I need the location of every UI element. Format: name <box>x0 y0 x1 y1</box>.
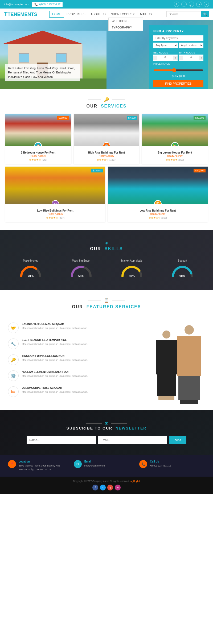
footer-social-instagram[interactable]: in <box>115 485 121 490</box>
footer-social-facebook[interactable]: f <box>92 485 98 490</box>
skill-label: Matching Buyer <box>65 259 97 262</box>
bed-input[interactable] <box>157 55 173 59</box>
location-icon: 📍 <box>8 460 16 468</box>
man-legs <box>178 376 200 400</box>
feat-icon-1: 🔧 <box>8 338 19 349</box>
featured-item: 🔑 TINCIDUNT URNA EGESTAS NON Maecenas bi… <box>8 354 141 365</box>
social-instagram[interactable]: in <box>196 2 202 7</box>
services-label: SERVICES <box>101 104 127 108</box>
bath-input[interactable] <box>183 55 199 59</box>
nav-about[interactable]: ABOUT US <box>88 11 108 17</box>
featured-image <box>146 323 205 402</box>
social-google[interactable]: g+ <box>189 2 194 7</box>
keywords-input[interactable] <box>153 35 203 41</box>
house-roof <box>3 31 83 44</box>
properties-section: $32,000 🏠 2 Bedroom House For Rent Realt… <box>0 114 213 230</box>
featured-item: 🤝 LACINIA VEHICULA AC ALIQUAM Maecenas b… <box>8 323 141 333</box>
skill-item: Market Appraisals 80% <box>116 259 148 279</box>
search-button[interactable]: 🔍 <box>201 11 209 17</box>
featured-item: 🛏 ULLAMCORPER NISL ALIQUAM Maecenas bibe… <box>8 386 141 397</box>
newsletter-label: NEWSLETTER <box>116 426 146 430</box>
skills-title: ◈ OUR SKILLS <box>5 241 208 251</box>
nav-mail[interactable]: MAIL US <box>137 11 154 17</box>
footer-social-twitter[interactable]: t <box>100 485 106 490</box>
property-card-1: $32,000 🏠 2 Bedroom House For Rent Realt… <box>5 114 71 164</box>
skill-label: Make Money <box>15 259 47 262</box>
dropdown-typography[interactable]: TYPOGRAPHY <box>109 24 143 31</box>
footer-phone-number: +(000) 123 4571 12 <box>150 464 171 468</box>
type-select[interactable]: Any Type <box>153 43 178 48</box>
skills-our: OUR <box>90 246 101 251</box>
phone: 📞 +(000) 123 234 22 <box>32 2 63 7</box>
nav-links: HOME PROPERTIES ABOUT US SHORT CODES ▾ W… <box>49 11 154 18</box>
location-select[interactable]: Any Location <box>179 43 203 48</box>
bath-stepper: - + <box>179 55 203 61</box>
feat-content-4: ULLAMCORPER NISL ALIQUAM Maecenas bibend… <box>22 386 88 394</box>
type-location-row: Any Type Any Location <box>153 43 203 50</box>
rooms-row: BED ROOMS - + BATH ROOMS - + <box>153 51 203 61</box>
prop-img-4: $23,543 🏘 <box>5 167 105 204</box>
prop-img-3: $40,000 🏡 <box>142 114 208 146</box>
people-figure <box>149 325 202 400</box>
newsletter-form: send <box>27 436 186 444</box>
woman-figure <box>154 331 178 400</box>
skills-icon: ◈ <box>105 241 108 245</box>
price-slider[interactable] <box>153 67 203 74</box>
social-twitter[interactable]: t <box>181 2 187 7</box>
featured-services-wrapper: 📋 OUR FEATURED SERVICES 🤝 LACINIA VEHICU… <box>0 290 213 410</box>
featured-label: FEATURED SERVICES <box>87 304 141 309</box>
dropdown-webicons[interactable]: WEB ICONS <box>109 18 143 24</box>
nav-home[interactable]: HOME <box>49 11 64 18</box>
newsletter-name-input[interactable] <box>27 436 96 444</box>
social-vimeo[interactable]: v <box>204 2 209 7</box>
nav-shortcodes-dropdown[interactable]: SHORT CODES ▾ WEB ICONS TYPOGRAPHY <box>108 11 137 18</box>
prop-price-2: $7,000 <box>127 116 137 120</box>
prop-img-2: $7,000 🏢 <box>74 114 140 146</box>
feat-desc-4: Maecenas bibendum nisl purus, in ullamco… <box>22 390 88 394</box>
footer-bottom: Copyright © 2017 Company name All rights… <box>0 477 213 494</box>
footer-social-google[interactable]: g <box>107 485 113 490</box>
bed-plus[interactable]: + <box>173 56 178 60</box>
skills-heading: OUR SKILLS <box>5 246 208 251</box>
prop-price-5: $40,000 <box>194 169 206 172</box>
prop-stars-3: ★★★★★ (856) <box>145 158 205 161</box>
footer-location: 📍 Location 3691 Melrose Place, 3925 Beve… <box>8 460 74 471</box>
find-properties-button[interactable]: Find properties <box>153 80 203 87</box>
social-facebook[interactable]: f <box>174 2 179 7</box>
services-our: OUR <box>86 104 97 108</box>
man-feet <box>180 400 198 404</box>
prop-title-2: High Rise Buildings For Rent <box>76 151 137 154</box>
properties-bottom-row: $23,543 🏘 Low Rise Buildings For Rent Re… <box>5 167 208 222</box>
services-section-title: 🔑 OUR SERVICES <box>0 89 213 114</box>
footer-copyright: Copyright © 2017 Company name All rights… <box>5 480 208 482</box>
newsletter-subscribe: SUBSCRIBE TO OUR <box>67 426 113 430</box>
prop-reviews-5: (863) <box>161 217 167 219</box>
skills-label: SKILLS <box>105 246 123 251</box>
newsletter-divider: ✉ <box>5 421 208 426</box>
newsletter-send-button[interactable]: send <box>169 436 186 444</box>
prop-agency-2: Realty Agency <box>76 155 137 157</box>
bath-plus[interactable]: + <box>199 56 203 60</box>
feat-content-2: TINCIDUNT URNA EGESTAS NON Maecenas bibe… <box>22 354 88 362</box>
top-bar-social: f t g+ in v <box>174 2 209 7</box>
prop-stars-1: ★★★★☆ (543) <box>8 158 68 161</box>
price-range: PRICE RANGE $50 - $600 <box>153 63 203 78</box>
nav-properties[interactable]: PROPERTIES <box>64 11 88 17</box>
search-input[interactable] <box>166 11 201 17</box>
footer-phone: 📞 Call Us +(000) 123 4571 12 <box>139 460 205 471</box>
logo: TTENEMENTS <box>4 11 37 18</box>
featured-item: ⚙️ NULLAM ELEMENTUM BLANDIT DUI Maecenas… <box>8 370 141 381</box>
bed-minus[interactable]: - <box>153 56 157 60</box>
bedrooms-col: BED ROOMS - + <box>153 51 178 61</box>
feat-title-0: LACINIA VEHICULA AC ALIQUAM <box>22 323 88 325</box>
prop-info-3: Big Luxury House For Rent Realty Agency … <box>142 146 208 164</box>
services-divider-right <box>112 100 125 100</box>
property-card-4: $23,543 🏘 Low Rise Buildings For Rent Re… <box>5 167 105 222</box>
prop-info-5: Low Rise Buildings For Rent Realty Agenc… <box>108 204 208 222</box>
skills-divider-left <box>89 243 103 243</box>
bath-minus[interactable]: - <box>179 56 183 60</box>
newsletter-heading: SUBSCRIBE TO OUR NEWSLETTER <box>5 426 208 430</box>
nav-shortcodes[interactable]: SHORT CODES ▾ <box>108 11 137 18</box>
newsletter-email-input[interactable] <box>98 436 167 444</box>
skill-label: Support <box>166 259 198 262</box>
